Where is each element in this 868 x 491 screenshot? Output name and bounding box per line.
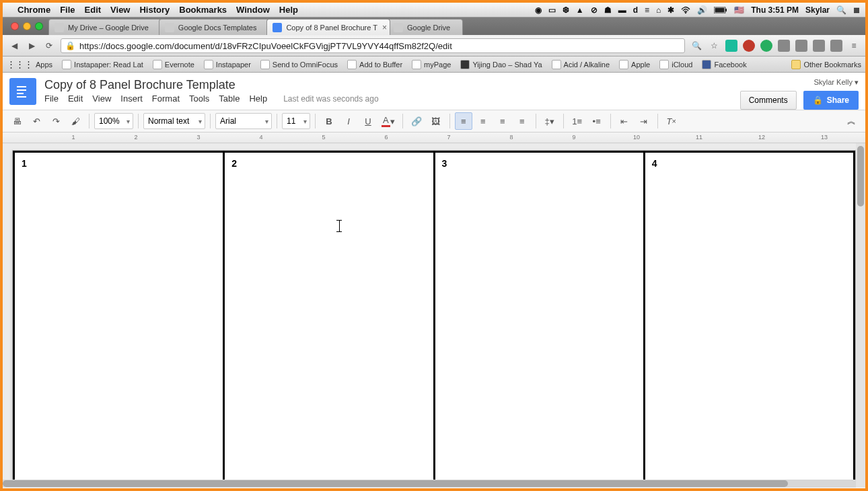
brochure-panel-3[interactable]: 3 bbox=[435, 153, 645, 487]
docs-menu-tools[interactable]: Tools bbox=[189, 93, 209, 104]
brochure-panel-4[interactable]: 4 bbox=[645, 153, 853, 487]
browser-tab[interactable]: Google Docs Templates bbox=[159, 19, 270, 35]
menubar-icon[interactable]: ▲ bbox=[576, 5, 584, 15]
align-justify-button[interactable]: ≡ bbox=[513, 112, 531, 130]
notification-icon[interactable]: ≣ bbox=[853, 5, 860, 15]
mac-menu-help[interactable]: Help bbox=[279, 5, 298, 15]
mac-menu-file[interactable]: File bbox=[60, 5, 75, 15]
account-label[interactable]: Skylar Kelly ▾ bbox=[813, 78, 859, 87]
zoom-icon[interactable]: 🔍 bbox=[690, 40, 702, 52]
paint-format-button[interactable]: 🖌 bbox=[67, 112, 84, 130]
forward-button[interactable]: ▶ bbox=[26, 40, 38, 52]
menubar-icon[interactable]: ▭ bbox=[548, 5, 556, 15]
mac-menu-window[interactable]: Window bbox=[236, 5, 270, 15]
bluetooth-icon[interactable]: ✱ bbox=[667, 5, 674, 15]
close-tab-icon[interactable]: × bbox=[382, 23, 387, 32]
decrease-indent-button[interactable]: ⇤ bbox=[616, 112, 633, 130]
zoom-window-button[interactable] bbox=[35, 22, 43, 30]
menubar-icon[interactable]: ≡ bbox=[645, 5, 649, 15]
flag-icon[interactable]: 🇺🇸 bbox=[734, 5, 744, 15]
clock[interactable]: Thu 3:51 PM bbox=[751, 5, 799, 15]
chrome-menu-icon[interactable]: ≡ bbox=[848, 40, 860, 52]
comments-button[interactable]: Comments bbox=[740, 91, 797, 110]
numbered-list-button[interactable]: 1≡ bbox=[569, 112, 586, 130]
user-name[interactable]: Skylar bbox=[805, 5, 830, 15]
horizontal-ruler[interactable]: 1 2 3 4 5 6 7 8 9 10 11 12 13 bbox=[3, 133, 865, 143]
mac-menu-edit[interactable]: Edit bbox=[85, 5, 102, 15]
extension-icon[interactable] bbox=[725, 40, 737, 52]
bookmark-item[interactable]: Facebook bbox=[702, 60, 746, 69]
docs-menu-edit[interactable]: Edit bbox=[68, 93, 83, 104]
insert-image-button[interactable]: 🖼 bbox=[427, 112, 445, 130]
increase-indent-button[interactable]: ⇥ bbox=[635, 112, 653, 130]
bookmark-item[interactable]: Send to OmniFocus bbox=[260, 60, 338, 69]
share-button[interactable]: 🔒Share bbox=[803, 91, 859, 110]
italic-button[interactable]: I bbox=[340, 112, 357, 130]
extension-icon[interactable] bbox=[778, 40, 790, 52]
menubar-icon[interactable]: d bbox=[633, 5, 638, 15]
insert-link-button[interactable]: 🔗 bbox=[408, 112, 425, 130]
collapse-toolbar-icon[interactable]: ︽ bbox=[842, 112, 860, 130]
align-center-button[interactable]: ≡ bbox=[474, 112, 492, 130]
underline-button[interactable]: U bbox=[359, 112, 377, 130]
redo-button[interactable]: ↷ bbox=[47, 112, 65, 130]
apps-button[interactable]: ⋮⋮⋮Apps bbox=[7, 59, 52, 69]
document-canvas[interactable]: 1 2 3 4 bbox=[3, 143, 865, 488]
undo-button[interactable]: ↶ bbox=[28, 112, 45, 130]
address-bar[interactable]: 🔒 https://docs.google.com/document/d/18v… bbox=[61, 38, 685, 53]
docs-menu-view[interactable]: View bbox=[92, 93, 111, 104]
menubar-icon[interactable]: ❆ bbox=[563, 5, 569, 15]
other-bookmarks-folder[interactable]: Other Bookmarks bbox=[791, 60, 861, 69]
bookmark-item[interactable]: Instapaper: Read Lat bbox=[62, 60, 143, 69]
bookmark-item[interactable]: Evernote bbox=[153, 60, 194, 69]
docs-menu-file[interactable]: File bbox=[44, 93, 59, 104]
menubar-icon[interactable]: ⊘ bbox=[591, 5, 598, 15]
brochure-panel-1[interactable]: 1 bbox=[15, 153, 225, 487]
extension-icon[interactable] bbox=[743, 40, 755, 52]
bookmark-item[interactable]: Instapaper bbox=[204, 60, 251, 69]
menubar-icon[interactable]: ☗ bbox=[604, 5, 612, 15]
app-name[interactable]: Chrome bbox=[17, 5, 50, 15]
brochure-panel-2[interactable]: 2 bbox=[225, 153, 435, 487]
print-button[interactable]: 🖶 bbox=[8, 112, 26, 130]
docs-logo-icon[interactable] bbox=[9, 78, 36, 105]
font-size-dropdown[interactable]: 11 bbox=[282, 113, 310, 129]
text-color-button[interactable]: A▾ bbox=[379, 112, 398, 130]
volume-icon[interactable]: 🔊 bbox=[697, 5, 707, 15]
mac-menu-history[interactable]: History bbox=[139, 5, 170, 15]
browser-tab[interactable]: Google Drive bbox=[388, 19, 463, 35]
wifi-icon[interactable] bbox=[681, 5, 690, 15]
extension-icon[interactable] bbox=[830, 40, 842, 52]
menubar-icon[interactable]: ◉ bbox=[535, 5, 542, 15]
docs-menu-format[interactable]: Format bbox=[152, 93, 180, 104]
mac-menu-view[interactable]: View bbox=[110, 5, 130, 15]
mac-menu-bookmarks[interactable]: Bookmarks bbox=[179, 5, 227, 15]
clear-formatting-button[interactable]: T× bbox=[663, 112, 680, 130]
bookmark-item[interactable]: Apple bbox=[619, 60, 650, 69]
docs-menu-help[interactable]: Help bbox=[249, 93, 267, 104]
bookmark-item[interactable]: myPage bbox=[412, 60, 451, 69]
docs-menu-insert[interactable]: Insert bbox=[120, 93, 143, 104]
extension-icon[interactable] bbox=[760, 40, 772, 52]
bookmark-item[interactable]: Add to Buffer bbox=[347, 60, 402, 69]
document-page[interactable]: 1 2 3 4 bbox=[12, 150, 856, 488]
align-left-button[interactable]: ≡ bbox=[455, 112, 472, 130]
bookmark-item[interactable]: Acid / Alkaline bbox=[552, 60, 610, 69]
extension-icon[interactable] bbox=[795, 40, 807, 52]
back-button[interactable]: ◀ bbox=[8, 40, 20, 52]
minimize-window-button[interactable] bbox=[23, 22, 31, 30]
align-right-button[interactable]: ≡ bbox=[494, 112, 511, 130]
close-window-button[interactable] bbox=[11, 22, 19, 30]
bold-button[interactable]: B bbox=[320, 112, 338, 130]
line-spacing-button[interactable]: ‡▾ bbox=[541, 112, 558, 130]
scrollbar-thumb[interactable] bbox=[3, 480, 788, 487]
docs-menu-table[interactable]: Table bbox=[219, 93, 240, 104]
browser-tab-active[interactable]: Copy of 8 Panel Brochure T× bbox=[266, 19, 390, 35]
bookmark-item[interactable]: iCloud bbox=[659, 60, 692, 69]
zoom-dropdown[interactable]: 100% bbox=[94, 113, 133, 129]
document-title[interactable]: Copy of 8 Panel Brochure Template bbox=[44, 78, 732, 92]
reload-button[interactable]: ⟳ bbox=[43, 40, 55, 52]
bookmark-item[interactable]: Yijing Dao – Shad Ya bbox=[460, 60, 542, 69]
battery-icon[interactable] bbox=[714, 5, 727, 15]
scrollbar-thumb[interactable] bbox=[857, 146, 864, 206]
